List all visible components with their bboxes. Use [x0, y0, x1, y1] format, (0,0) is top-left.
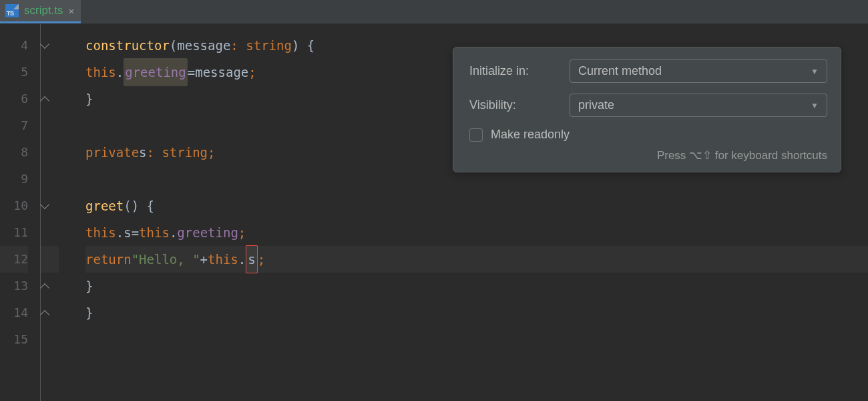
fold-collapse-icon[interactable]	[40, 32, 51, 59]
keyboard-shortcuts-hint: Press ⌥⇧ for keyboard shortcuts	[469, 148, 827, 162]
line-number: 13	[0, 273, 28, 299]
fold-gutter	[40, 24, 59, 401]
line-number: 9	[0, 166, 28, 192]
make-readonly-checkbox[interactable]	[469, 128, 483, 142]
line-number: 4	[0, 32, 28, 59]
line-number: 8	[0, 139, 28, 166]
initialize-in-value: Current method	[578, 64, 662, 78]
typescript-file-icon: TS	[5, 4, 19, 17]
line-number: 11	[0, 219, 28, 246]
fold-expand-icon[interactable]	[40, 273, 51, 299]
chevron-down-icon: ▼	[811, 67, 819, 76]
fold-collapse-icon[interactable]	[40, 192, 51, 219]
fold-expand-icon[interactable]	[40, 299, 51, 326]
code-line[interactable]: }	[85, 273, 868, 299]
code-line[interactable]: this.s = this.greeting;	[85, 219, 868, 246]
line-number: 14	[0, 299, 28, 326]
line-number: 7	[0, 112, 28, 139]
fold-expand-icon[interactable]	[40, 86, 51, 112]
code-line[interactable]: return "Hello, " + this.s;	[85, 246, 868, 273]
refactor-popup: Initialize in: Current method ▼ Visibili…	[453, 47, 841, 172]
editor-tab[interactable]: TS script.ts ×	[0, 0, 81, 23]
chevron-down-icon: ▼	[811, 101, 819, 110]
tab-filename: script.ts	[24, 4, 63, 17]
tab-bar: TS script.ts ×	[0, 0, 868, 24]
visibility-label: Visibility:	[469, 98, 570, 112]
close-icon[interactable]: ×	[69, 5, 75, 17]
line-number: 5	[0, 59, 28, 86]
code-line[interactable]: }	[85, 299, 868, 326]
visibility-dropdown[interactable]: private ▼	[570, 94, 827, 117]
make-readonly-label: Make readonly	[491, 128, 570, 142]
line-number: 12	[0, 246, 28, 273]
visibility-value: private	[578, 98, 614, 112]
code-line[interactable]	[85, 326, 868, 353]
initialize-in-dropdown[interactable]: Current method ▼	[570, 59, 827, 83]
code-line[interactable]: greet() {	[85, 192, 868, 219]
line-number: 15	[0, 326, 28, 353]
line-number: 10	[0, 192, 28, 219]
line-number: 6	[0, 86, 28, 112]
line-number-gutter: 456789101112131415	[0, 24, 40, 401]
initialize-in-label: Initialize in:	[469, 64, 570, 78]
